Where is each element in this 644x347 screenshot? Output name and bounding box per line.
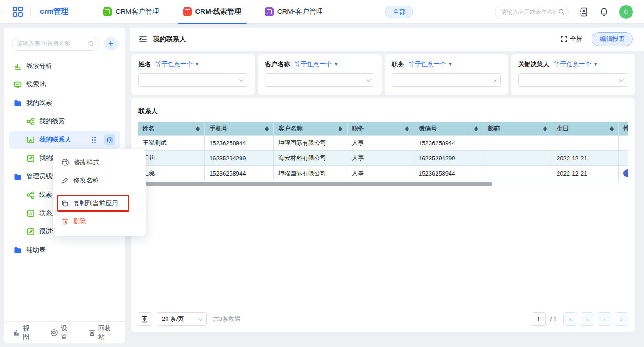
- caret-down-icon: ▼: [593, 62, 598, 67]
- sort-icon[interactable]: [265, 126, 269, 131]
- column-label: 微信号: [419, 125, 437, 133]
- all-apps-button[interactable]: 全部: [385, 6, 413, 18]
- table-cell: [619, 151, 629, 166]
- footer-label: 视图: [23, 324, 34, 341]
- column-label: 性别: [624, 125, 629, 133]
- filter-operator-dropdown[interactable]: 等于任意一个▼: [155, 60, 199, 68]
- sidebar-footer-回收站[interactable]: 回收站: [88, 324, 116, 341]
- form-a-icon: A: [27, 136, 34, 144]
- page-total: / 1: [550, 316, 557, 323]
- form-a-icon: A: [27, 210, 34, 217]
- table-cell: 王晓: [138, 166, 205, 181]
- bar-chart-icon: [13, 329, 20, 336]
- collapse-sidebar-icon[interactable]: [139, 35, 147, 43]
- filter-operator-dropdown[interactable]: 等于任意一个▼: [554, 60, 598, 68]
- table-row[interactable]: 王莉16235294299海安材料有限公司人事16235294299 2022-…: [138, 151, 629, 166]
- column-header-姓名[interactable]: 姓名: [138, 122, 205, 136]
- footer-label: 回收站: [98, 324, 116, 341]
- menu-item-复制到当前应用[interactable]: 复制到当前应用: [53, 194, 146, 212]
- app-icon: [183, 7, 192, 16]
- sidebar-footer-视图[interactable]: 视图: [13, 324, 34, 341]
- sidebar-item-线索分析[interactable]: 线索分析: [9, 57, 120, 75]
- column-header-手机号[interactable]: 手机号: [205, 122, 274, 136]
- user-avatar[interactable]: C: [619, 5, 633, 19]
- sidebar-item-我的线索[interactable]: 我的线索: [9, 112, 120, 131]
- column-header-微信号[interactable]: 微信号: [414, 122, 483, 136]
- filter-row: 姓名等于任意一个▼客户名称等于任意一个▼职务等于任意一个▼关键决策人等于任意一个…: [131, 54, 635, 95]
- page-size-select[interactable]: 20 条/页: [157, 312, 207, 326]
- table-cell: 王莉: [138, 151, 205, 166]
- sort-icon[interactable]: [196, 126, 200, 131]
- column-header-性别[interactable]: 性别: [619, 122, 629, 136]
- first-page-button[interactable]: «: [564, 312, 577, 326]
- table-row[interactable]: 王晓测试15236258944坤曜国际有限公司人事15236258944: [138, 136, 629, 151]
- column-label: 生日: [557, 125, 569, 133]
- sidebar-footer-设置[interactable]: 设置: [50, 324, 72, 341]
- horizontal-scrollbar[interactable]: [138, 182, 492, 186]
- page-number-input[interactable]: [532, 312, 546, 326]
- table-row[interactable]: 王晓15236258944坤曜国际有限公司人事15236258944 2022-…: [138, 166, 629, 181]
- sidebar-item-辅助表[interactable]: 辅助表: [9, 241, 120, 259]
- search-icon: [558, 8, 565, 15]
- next-page-button[interactable]: ›: [598, 312, 611, 326]
- column-label: 客户名称: [279, 125, 303, 133]
- sidebar-item-我的线索[interactable]: 我的线索: [9, 94, 120, 112]
- workspace-title[interactable]: crm管理: [40, 7, 68, 17]
- edit-report-button[interactable]: 编辑报表: [592, 32, 633, 46]
- total-count: 共3条数据: [213, 315, 240, 323]
- filter-value-select[interactable]: [265, 73, 374, 87]
- sidebar-item-label: 我的线索: [39, 117, 65, 125]
- global-search-input[interactable]: [501, 9, 555, 15]
- filter-value-select[interactable]: [518, 73, 627, 87]
- rename-icon: [61, 177, 69, 184]
- filter-value-select[interactable]: [392, 73, 501, 87]
- sidebar-search[interactable]: [12, 37, 99, 51]
- sort-icon[interactable]: [543, 126, 547, 131]
- sort-icon[interactable]: [610, 126, 614, 131]
- chevron-down-icon: [493, 77, 497, 82]
- filter-operator-dropdown[interactable]: 等于任意一个▼: [409, 60, 453, 68]
- app-tab-1[interactable]: CRM客户管理: [91, 0, 171, 24]
- last-page-button[interactable]: »: [615, 312, 628, 326]
- apps-grid-icon[interactable]: [13, 7, 23, 17]
- column-header-客户名称[interactable]: 客户名称: [274, 122, 347, 136]
- fullscreen-button[interactable]: 全屏: [561, 35, 582, 43]
- menu-item-label: 复制到当前应用: [73, 199, 118, 208]
- filter-value-select[interactable]: [138, 73, 247, 87]
- menu-item-修改样式[interactable]: 修改样式: [53, 154, 146, 171]
- page-title: 我的联系人: [153, 35, 186, 44]
- svg-text:A: A: [29, 138, 32, 142]
- sort-icon[interactable]: [339, 126, 342, 131]
- chevron-down-icon: [239, 77, 244, 82]
- context-menu: 修改样式修改名称复制到当前应用删除: [53, 149, 146, 236]
- row-height-button[interactable]: [138, 312, 151, 326]
- menu-item-删除[interactable]: 删除: [53, 212, 146, 230]
- prev-page-button[interactable]: ‹: [581, 312, 594, 326]
- menu-item-修改名称[interactable]: 修改名称: [53, 171, 146, 189]
- item-settings-button[interactable]: [104, 134, 115, 145]
- app-tab-3[interactable]: CRM-客户管理: [253, 0, 335, 24]
- add-form-button[interactable]: +: [104, 37, 118, 51]
- sort-icon[interactable]: [474, 126, 478, 131]
- sidebar-item-线索池[interactable]: 线索池: [9, 75, 120, 94]
- column-header-邮箱[interactable]: 邮箱: [483, 122, 552, 136]
- drag-handle-icon[interactable]: [92, 137, 96, 143]
- column-header-生日[interactable]: 生日: [552, 122, 619, 136]
- sidebar-item-我的联系人[interactable]: A我的联系人: [9, 131, 120, 149]
- filter-field-label: 姓名: [138, 60, 151, 68]
- sidebar-search-input[interactable]: [17, 40, 86, 47]
- sort-icon[interactable]: [405, 126, 409, 131]
- table-container: 姓名手机号客户名称职务微信号邮箱生日性别王晓测试15236258944坤曜国际有…: [138, 122, 628, 181]
- filter-operator-dropdown[interactable]: 等于任意一个▼: [294, 60, 338, 68]
- app-tab-2[interactable]: CRM-线索管理: [171, 0, 253, 24]
- table-cell: [619, 136, 629, 151]
- table-cell: [483, 151, 552, 166]
- global-search[interactable]: [495, 5, 569, 19]
- address-book-icon[interactable]: [579, 7, 589, 17]
- column-header-职务[interactable]: 职务: [347, 122, 414, 136]
- filter-card-姓名: 姓名等于任意一个▼: [131, 54, 255, 95]
- folder-icon: [14, 173, 22, 180]
- notifications-bell-icon[interactable]: [599, 7, 609, 17]
- table-cell: 海安材料有限公司: [274, 151, 347, 166]
- fullscreen-icon: [561, 36, 567, 42]
